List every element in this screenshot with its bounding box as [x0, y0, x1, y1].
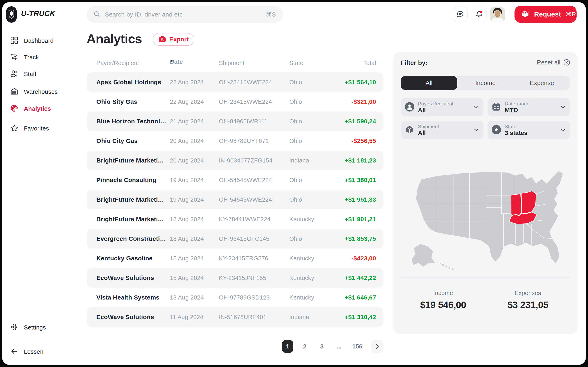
star-icon: [10, 124, 18, 133]
next-page-button[interactable]: [371, 340, 383, 353]
filter-tabs: AllIncomeExpense: [401, 76, 570, 90]
page-button[interactable]: 2: [299, 340, 311, 353]
table-row[interactable]: Ohio City Gas 20 Aug 2024 OH-98789UYT671…: [86, 131, 383, 151]
sidebar-item-warehouses[interactable]: Warehouses: [2, 85, 84, 98]
sidebar-item-label: Favorites: [24, 125, 49, 132]
sidebar-divider: [11, 118, 68, 118]
cell-shipment: KY-23415ERG576: [219, 249, 268, 268]
table-row[interactable]: BrightFuture Marketi… 20 Aug 2024 IN-903…: [86, 151, 383, 170]
cell-total: +$1 646,67: [345, 288, 376, 307]
dropdown-state[interactable]: State3 states: [488, 121, 570, 139]
search-shortcut: ⌘S: [266, 11, 276, 18]
state-hawaii: [440, 263, 454, 270]
sidebar-collapse-label: Lessen: [24, 349, 43, 355]
cell-state: Kentucky: [289, 288, 314, 307]
calendar-icon: [492, 102, 501, 112]
cell-payer: Blue Horizon Technol…: [96, 111, 166, 131]
cell-shipment: OH-54545WWE224: [219, 170, 272, 190]
dropdown-payer-recipient[interactable]: Payer/RecipientAll: [401, 98, 484, 117]
table-row[interactable]: Kentucky Gasoline 15 Aug 2024 KY-23415ER…: [86, 249, 383, 268]
table-row[interactable]: Blue Horizon Technol… 21 Aug 2024 OH-849…: [86, 111, 383, 131]
table-row[interactable]: EcoWave Solutions 15 Aug 2024 KY-23415JN…: [86, 268, 383, 288]
close-circle-icon: [563, 59, 570, 66]
totals-summary: Income $19 546,00 Expenses $3 231,05: [401, 290, 570, 310]
cell-state: Ohio: [289, 92, 302, 111]
notifications-button[interactable]: [472, 7, 487, 22]
filter-tab[interactable]: All: [401, 76, 457, 90]
cell-date: 18 Aug 2024: [170, 229, 204, 249]
sidebar-item-favorites[interactable]: Favorites: [2, 122, 84, 135]
sidebar-item-label: Analytics: [24, 105, 51, 112]
filter-tab[interactable]: Income: [457, 76, 514, 90]
cell-payer: BrightFuture Marketi…: [96, 209, 164, 229]
cell-date: 21 Aug 2024: [170, 111, 204, 131]
warehouse-icon: [10, 87, 18, 96]
request-label: Request: [534, 10, 561, 18]
reset-all-button[interactable]: Reset all: [537, 59, 570, 66]
chevron-down-icon: [474, 128, 479, 132]
cell-state: Ohio: [289, 229, 302, 249]
filter-tab[interactable]: Expense: [514, 76, 570, 90]
cell-state: Ohio: [289, 170, 302, 190]
app-window: U-TRUCK Dashboard Track Staff Warehouses…: [2, 2, 586, 365]
request-button[interactable]: Request ⌘R: [515, 6, 577, 23]
table-row[interactable]: Evergreen Constructi… 18 Aug 2024 OH-964…: [86, 229, 383, 249]
page-title: Analytics: [86, 31, 142, 46]
cell-payer: Vista Health Systems: [96, 288, 159, 307]
table-row[interactable]: BrightFuture Marketi… 18 Aug 2024 KY-784…: [86, 209, 383, 229]
dropdown-date-range[interactable]: Date rangeMTD: [488, 98, 570, 117]
page-button[interactable]: 1: [282, 340, 293, 353]
filter-panel: Filter by: Reset all AllIncomeExpense Pa…: [393, 52, 578, 334]
cell-total: +$1 564,10: [345, 72, 376, 92]
chevron-down-icon: [561, 105, 565, 109]
search-bar[interactable]: ⌘S: [86, 6, 283, 23]
sidebar-item-track[interactable]: Track: [2, 51, 84, 64]
export-button[interactable]: Export: [153, 33, 194, 46]
cell-state: Ohio: [289, 131, 302, 151]
column-header-total: Total: [363, 60, 376, 67]
reset-all-label: Reset all: [537, 59, 561, 66]
us-map[interactable]: [402, 154, 569, 272]
cell-state: Indiana: [289, 151, 309, 170]
cell-total: -$423,00: [351, 249, 376, 268]
cell-payer: EcoWave Solutions: [96, 307, 154, 327]
table-row[interactable]: Vista Health Systems 13 Aug 2024 OH-9778…: [86, 288, 383, 307]
search-input[interactable]: [105, 11, 261, 18]
expenses-summary: Expenses $3 231,05: [485, 290, 570, 310]
table-row[interactable]: Apex Global Holdings 22 Aug 2024 OH-2341…: [86, 72, 383, 92]
chat-icon: [456, 10, 464, 19]
cell-payer: Ohio City Gas: [96, 131, 138, 151]
user-avatar[interactable]: [490, 7, 505, 22]
table-row[interactable]: EcoWave Solutions 11 Aug 2024 IN-51678UR…: [86, 307, 383, 327]
cell-shipment: OH-23415WWE224: [219, 72, 272, 92]
cell-date: 15 Aug 2024: [170, 249, 204, 268]
state-indiana[interactable]: [511, 194, 522, 216]
sidebar-collapse-button[interactable]: Lessen: [2, 345, 84, 358]
cell-shipment: OH-97789GSD123: [219, 288, 270, 307]
sidebar-item-label: Dashboard: [24, 38, 53, 44]
column-header-date[interactable]: Date: [170, 60, 174, 64]
cell-payer: Apex Global Holdings: [96, 72, 161, 92]
cell-shipment: OH-84965IWR111: [219, 111, 268, 131]
cell-shipment: OH-98789UYT671: [219, 131, 269, 151]
cell-date: 22 Aug 2024: [170, 92, 204, 111]
dropdown-shipment[interactable]: ShipmentAll: [401, 121, 484, 139]
filter-dropdowns: Payer/RecipientAll Date rangeMTD Shipmen…: [401, 98, 570, 139]
cell-shipment: IN-9034677ZFG154: [219, 151, 273, 170]
page-button[interactable]: ...: [333, 340, 345, 353]
cell-payer: Pinnacle Consulting: [96, 170, 156, 190]
sidebar-item-staff[interactable]: Staff: [2, 67, 84, 81]
sidebar-item-label: Track: [24, 54, 39, 61]
page-button[interactable]: 3: [316, 340, 328, 353]
table-row[interactable]: BrightFuture Marketi… 19 Aug 2024 OH-545…: [86, 190, 383, 209]
table-row[interactable]: Pinnacle Consulting 19 Aug 2024 OH-54545…: [86, 170, 383, 190]
table-row[interactable]: Ohio Sity Gas 22 Aug 2024 OH-23415WWE224…: [86, 92, 383, 111]
transactions-table: Apex Global Holdings 22 Aug 2024 OH-2341…: [86, 72, 383, 327]
sidebar-item-dashboard[interactable]: Dashboard: [2, 34, 84, 47]
messages-button[interactable]: [453, 7, 468, 22]
utruck-logo[interactable]: [6, 6, 17, 23]
cell-total: +$1 442,22: [345, 268, 376, 288]
page-button[interactable]: 156: [351, 340, 364, 353]
sidebar-item-analytics[interactable]: Analytics: [2, 102, 84, 115]
sidebar-item-settings[interactable]: Settings: [2, 321, 84, 334]
